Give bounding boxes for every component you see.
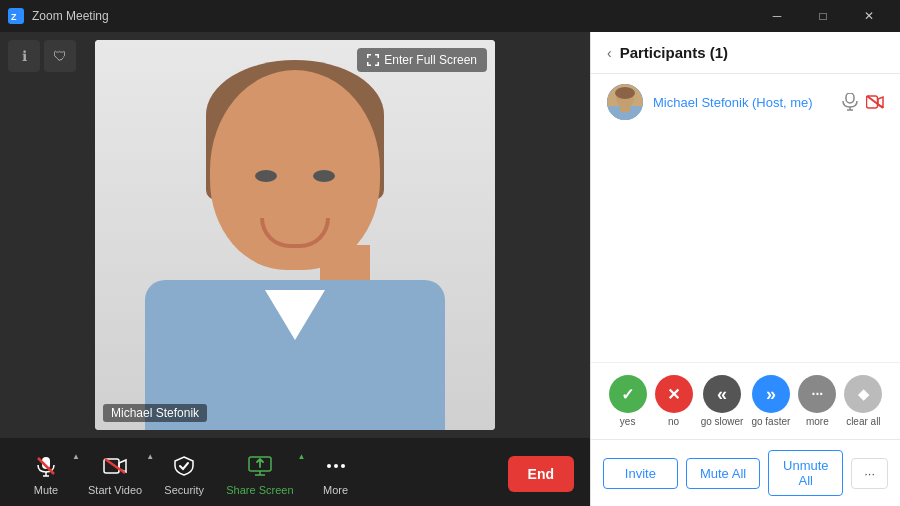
- start-video-button[interactable]: ▲ Start Video: [80, 448, 150, 500]
- maximize-button[interactable]: □: [800, 0, 846, 32]
- smile: [260, 218, 330, 248]
- clear-label: clear all: [846, 416, 880, 427]
- share-screen-icon: [246, 452, 274, 480]
- reaction-slower[interactable]: « go slower: [701, 375, 744, 427]
- more-reaction-label: more: [806, 416, 829, 427]
- no-icon: ✕: [655, 375, 693, 413]
- security-button[interactable]: Security: [154, 448, 214, 500]
- close-button[interactable]: ✕: [846, 0, 892, 32]
- more-button[interactable]: More: [306, 448, 366, 500]
- end-button[interactable]: End: [508, 456, 574, 492]
- participant-video: [95, 40, 495, 430]
- mute-label: Mute: [34, 484, 58, 496]
- participant-name: Michael Stefonik (Host, me): [653, 95, 832, 110]
- mic-icon: [32, 452, 60, 480]
- reaction-yes[interactable]: ✓ yes: [609, 375, 647, 427]
- reaction-more[interactable]: ··· more: [798, 375, 836, 427]
- invite-button[interactable]: Invite: [603, 458, 678, 489]
- security-label: Security: [164, 484, 204, 496]
- panel-spacer: [591, 130, 900, 362]
- window-controls: ─ □ ✕: [754, 0, 892, 32]
- reaction-clear[interactable]: ◆ clear all: [844, 375, 882, 427]
- panel-more-button[interactable]: ···: [851, 458, 888, 489]
- participants-panel: ‹ Participants (1) Michael Stefonik (Hos…: [590, 32, 900, 506]
- share-label: Share Screen: [226, 484, 293, 496]
- reactions-row: ✓ yes ✕ no « go slower » go faster ··· m…: [591, 362, 900, 439]
- shield-icon: 🛡: [53, 48, 67, 64]
- participant-item: Michael Stefonik (Host, me): [591, 74, 900, 130]
- faster-label: go faster: [751, 416, 790, 427]
- title-bar-left: Z Zoom Meeting: [8, 8, 109, 24]
- app-title: Zoom Meeting: [32, 9, 109, 23]
- zoom-logo: Z: [8, 8, 24, 24]
- video-label: Start Video: [88, 484, 142, 496]
- fullscreen-button[interactable]: Enter Full Screen: [357, 48, 487, 72]
- participant-mic-icon: [842, 93, 858, 111]
- top-icon-bar: ℹ 🛡: [8, 40, 76, 72]
- more-icon: [322, 452, 350, 480]
- svg-rect-16: [615, 87, 635, 99]
- fullscreen-icon: [367, 54, 379, 66]
- security-icon: [170, 452, 198, 480]
- share-arrow[interactable]: ▲: [298, 452, 306, 461]
- mute-arrow[interactable]: ▲: [72, 452, 80, 461]
- participant-name-link: Michael Stefonik (Host, me): [653, 95, 813, 110]
- video-panel: ℹ 🛡: [0, 32, 590, 506]
- info-button[interactable]: ℹ: [8, 40, 40, 72]
- unmute-all-button[interactable]: Unmute All: [768, 450, 843, 496]
- participant-name-label: Michael Stefonik: [103, 404, 207, 422]
- svg-point-12: [334, 464, 338, 468]
- slower-icon: «: [703, 375, 741, 413]
- svg-rect-19: [846, 93, 854, 103]
- svg-point-13: [341, 464, 345, 468]
- panel-header: ‹ Participants (1): [591, 32, 900, 74]
- video-arrow[interactable]: ▲: [146, 452, 154, 461]
- shield-button[interactable]: 🛡: [44, 40, 76, 72]
- yes-label: yes: [620, 416, 636, 427]
- participant-avatar: [607, 84, 643, 120]
- panel-collapse-button[interactable]: ‹: [607, 45, 612, 61]
- svg-rect-18: [620, 104, 630, 112]
- share-screen-button[interactable]: ▲ Share Screen: [218, 448, 301, 500]
- minimize-button[interactable]: ─: [754, 0, 800, 32]
- participant-video-icon: [866, 95, 884, 109]
- info-icon: ℹ: [22, 48, 27, 64]
- no-label: no: [668, 416, 679, 427]
- panel-title: Participants (1): [620, 44, 884, 61]
- portrait-figure: [195, 60, 395, 430]
- face: [210, 70, 380, 270]
- shirt-collar: [265, 290, 325, 340]
- eye-left: [255, 170, 277, 182]
- svg-text:Z: Z: [11, 12, 17, 22]
- more-reaction-icon: ···: [798, 375, 836, 413]
- toolbar: ▲ Mute ▲ Start Video: [0, 438, 590, 506]
- fullscreen-label: Enter Full Screen: [384, 53, 477, 67]
- main-content: ℹ 🛡: [0, 32, 900, 506]
- panel-actions: Invite Mute All Unmute All ···: [591, 439, 900, 506]
- video-container: Enter Full Screen Michael Stefonik: [0, 32, 590, 438]
- eye-right: [313, 170, 335, 182]
- neck: [320, 245, 370, 285]
- faster-icon: »: [752, 375, 790, 413]
- more-label: More: [323, 484, 348, 496]
- title-bar: Z Zoom Meeting ─ □ ✕: [0, 0, 900, 32]
- video-frame: Enter Full Screen Michael Stefonik: [95, 40, 495, 430]
- avatar-image: [607, 84, 643, 120]
- reaction-no[interactable]: ✕ no: [655, 375, 693, 427]
- slower-label: go slower: [701, 416, 744, 427]
- mute-all-button[interactable]: Mute All: [686, 458, 761, 489]
- participant-status-icons: [842, 93, 884, 111]
- clear-icon: ◆: [844, 375, 882, 413]
- mute-button[interactable]: ▲ Mute: [16, 448, 76, 500]
- video-icon: [101, 452, 129, 480]
- reaction-faster[interactable]: » go faster: [751, 375, 790, 427]
- svg-point-11: [327, 464, 331, 468]
- yes-icon: ✓: [609, 375, 647, 413]
